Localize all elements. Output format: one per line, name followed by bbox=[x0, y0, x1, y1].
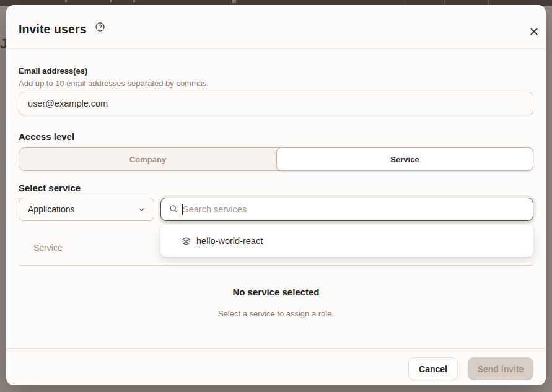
cancel-button[interactable]: Cancel bbox=[408, 357, 458, 380]
service-search-input[interactable] bbox=[183, 198, 530, 220]
access-level-label: Access level bbox=[19, 131, 74, 142]
access-level-segmented-control: Company Service bbox=[19, 147, 533, 171]
segment-service[interactable]: Service bbox=[276, 147, 533, 171]
service-result-item[interactable]: hello-world-react bbox=[165, 229, 528, 253]
service-type-select[interactable]: Applications bbox=[19, 198, 154, 221]
service-results-dropdown: hello-world-react bbox=[160, 225, 533, 257]
screen: J. Invite users Email address(es) Add up… bbox=[0, 0, 552, 392]
service-search-field bbox=[160, 198, 533, 221]
email-label: Email address(es) bbox=[19, 66, 87, 76]
send-invite-button[interactable]: Send invite bbox=[468, 357, 533, 380]
email-input[interactable] bbox=[19, 92, 533, 115]
modal-title: Invite users bbox=[19, 22, 87, 37]
close-icon[interactable] bbox=[525, 23, 543, 40]
background-topbar-fragment bbox=[110, 0, 112, 2]
search-icon bbox=[169, 204, 178, 214]
background-topbar-fragment bbox=[65, 0, 67, 2]
table-divider bbox=[19, 265, 533, 266]
empty-state-subtitle: Select a service to assign a role. bbox=[6, 309, 546, 318]
stack-icon bbox=[182, 237, 191, 246]
select-service-label: Select service bbox=[19, 183, 81, 193]
segment-company[interactable]: Company bbox=[19, 148, 276, 170]
service-column-header: Service bbox=[33, 243, 63, 253]
background-topbar-fragment bbox=[133, 0, 135, 2]
background-glyph: J. bbox=[0, 36, 6, 52]
background-topbar-fragment bbox=[232, 0, 236, 3]
invite-users-modal: Invite users Email address(es) Add up to… bbox=[6, 5, 546, 385]
empty-state-title: No service selected bbox=[6, 287, 546, 297]
service-result-label: hello-world-react bbox=[196, 236, 263, 246]
header-divider bbox=[6, 48, 546, 49]
email-helper-text: Add up to 10 email addresses separated b… bbox=[19, 79, 209, 88]
chevron-down-icon bbox=[137, 205, 146, 214]
footer-divider bbox=[6, 348, 546, 349]
help-icon[interactable] bbox=[95, 22, 105, 32]
service-type-select-value: Applications bbox=[28, 204, 137, 214]
